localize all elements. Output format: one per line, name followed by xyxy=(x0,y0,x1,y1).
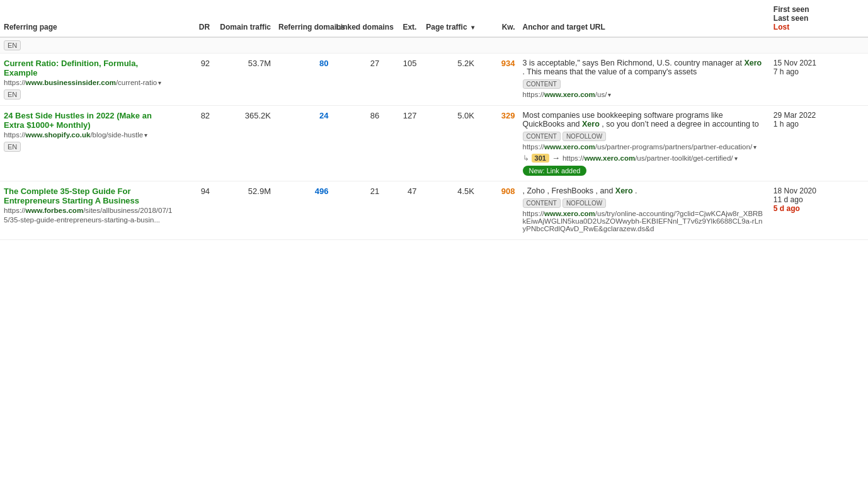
lang-badge: EN xyxy=(4,142,21,152)
ext-cell: 105 xyxy=(383,54,420,106)
redirect-url: https://www.xero.com/us/partner-toolkit/… xyxy=(562,154,738,162)
referring-domains-cell[interactable]: 496 xyxy=(275,181,333,240)
target-url-chevron-icon[interactable]: ▾ xyxy=(753,144,757,151)
header-anchor-target: Anchor and target URL xyxy=(519,0,770,37)
lang-cell: EN xyxy=(0,37,868,54)
redirect-code: 301 xyxy=(532,154,549,163)
backlinks-table-container: Referring page DR Domain traffic Referri… xyxy=(0,0,868,240)
header-page-traffic: Page traffic ▾ xyxy=(420,0,478,37)
page-url-domain: www.forbes.com xyxy=(26,207,84,214)
header-dr: DR xyxy=(176,0,214,37)
url-chevron-icon[interactable]: ▾ xyxy=(158,79,161,86)
referring-domains-cell[interactable]: 24 xyxy=(275,106,333,181)
linked-domains-cell: 86 xyxy=(333,106,384,181)
redirect-arrow-icon: → xyxy=(552,153,560,163)
kw-cell[interactable]: 329 xyxy=(478,106,519,181)
first-seen-date: 15 Nov 2021 xyxy=(774,59,864,67)
sort-icon: ▾ xyxy=(471,24,474,31)
domain-traffic-cell: 53.7M xyxy=(214,54,275,106)
redirect-hook-icon: ↳ xyxy=(523,154,529,163)
kw-cell[interactable]: 934 xyxy=(478,54,519,106)
target-url-domain: www.xero.com xyxy=(544,91,595,98)
referring-page-cell: Current Ratio: Definition, Formula, Exam… xyxy=(0,54,176,106)
nofollow-badge: NOFOLLOW xyxy=(562,132,606,141)
header-linked-domains: Linked domains xyxy=(333,0,384,37)
nofollow-badge: NOFOLLOW xyxy=(562,198,606,208)
anchor-cell: , Zoho , FreshBooks , and Xero .CONTENTN… xyxy=(519,181,770,240)
page-traffic-cell: 5.2K xyxy=(420,54,478,106)
target-url-domain: www.xero.com xyxy=(544,210,595,217)
anchor-cell: Most companies use bookkeeping software … xyxy=(519,106,770,181)
page-traffic-cell: 4.5K xyxy=(420,181,478,240)
last-seen-date: 11 d ago xyxy=(774,195,864,204)
domain-traffic-cell: 52.9M xyxy=(214,181,275,240)
kw-cell[interactable]: 908 xyxy=(478,181,519,240)
lang-badge: EN xyxy=(4,89,21,100)
redirect-url-chevron-icon[interactable]: ▾ xyxy=(734,155,738,162)
first-seen-date: 18 Nov 2020 xyxy=(774,186,864,195)
table-row: 24 Best Side Hustles in 2022 (Make an Ex… xyxy=(0,106,868,181)
dr-cell: 94 xyxy=(176,181,214,240)
page-title-link[interactable]: The Complete 35-Step Guide For Entrepren… xyxy=(4,186,139,205)
dr-cell: 82 xyxy=(176,106,214,181)
referring-page-cell: 24 Best Side Hustles in 2022 (Make an Ex… xyxy=(0,106,176,181)
first-seen-date: 29 Mar 2022 xyxy=(774,111,864,120)
referring-page-cell: The Complete 35-Step Guide For Entrepren… xyxy=(0,181,176,240)
anchor-text: Most companies use bookkeeping software … xyxy=(523,111,766,129)
target-url: https://www.xero.com/us/ ▾ xyxy=(523,91,766,98)
page-url-domain: www.shopify.co.uk xyxy=(26,131,91,139)
ext-cell: 127 xyxy=(383,106,420,181)
anchor-cell: 3 is acceptable," says Ben Richmond, U.S… xyxy=(519,54,770,106)
url-chevron-icon[interactable]: ▾ xyxy=(144,132,147,139)
header-domain-traffic: Domain traffic xyxy=(214,0,275,37)
anchor-link[interactable]: Xero xyxy=(744,59,762,67)
page-title-link[interactable]: Current Ratio: Definition, Formula, Exam… xyxy=(4,59,138,77)
redirect-block: ↳301→https://www.xero.com/us/partner-too… xyxy=(523,153,766,163)
header-referring-page: Referring page xyxy=(0,0,176,37)
dates-cell: 18 Nov 202011 d ago5 d ago xyxy=(770,181,868,240)
redirect-url-domain: www.xero.com xyxy=(584,154,635,162)
new-badge: New: Link added xyxy=(523,166,587,176)
anchor-text: 3 is acceptable," says Ben Richmond, U.S… xyxy=(523,59,766,76)
target-url-domain: www.xero.com xyxy=(544,143,595,151)
table-row: The Complete 35-Step Guide For Entrepren… xyxy=(0,181,868,240)
linked-domains-cell: 21 xyxy=(333,181,384,240)
lang-badge: EN xyxy=(4,40,21,50)
linked-domains-cell: 27 xyxy=(333,54,384,106)
badges-container: CONTENTNOFOLLOW xyxy=(523,131,766,141)
dates-cell: 15 Nov 20217 h ago xyxy=(770,54,868,106)
referring-domains-cell[interactable]: 80 xyxy=(275,54,333,106)
anchor-text: , Zoho , FreshBooks , and Xero . xyxy=(523,186,766,195)
anchor-link[interactable]: Xero xyxy=(615,186,633,195)
target-url-chevron-icon[interactable]: ▾ xyxy=(608,91,611,98)
header-referring-domains: Referring domains xyxy=(275,0,333,37)
backlinks-table: Referring page DR Domain traffic Referri… xyxy=(0,0,868,240)
page-url-domain: www.businessinsider.com xyxy=(26,79,116,86)
header-dates: First seen Last seen Lost xyxy=(770,0,868,37)
last-seen-date: 7 h ago xyxy=(774,67,864,76)
badges-container: CONTENTNOFOLLOW xyxy=(523,198,766,208)
content-badge: CONTENT xyxy=(523,79,561,89)
page-url: https://www.shopify.co.uk/blog/side-hust… xyxy=(4,131,147,139)
page-traffic-cell: 5.0K xyxy=(420,106,478,181)
target-url: https://www.xero.com/us/partner-programs… xyxy=(523,143,766,151)
dates-cell: 29 Mar 20221 h ago xyxy=(770,106,868,181)
target-url: https://www.xero.com/us/try/online-accou… xyxy=(523,210,766,232)
last-seen-date: 1 h ago xyxy=(774,120,864,129)
badges-container: CONTENT xyxy=(523,79,766,89)
table-row: Current Ratio: Definition, Formula, Exam… xyxy=(0,54,868,106)
lang-row: EN xyxy=(0,37,868,54)
anchor-link[interactable]: Xero xyxy=(582,120,600,129)
page-url: https://www.businessinsider.com/current-… xyxy=(4,79,161,86)
dr-cell: 92 xyxy=(176,54,214,106)
page-title-link[interactable]: 24 Best Side Hustles in 2022 (Make an Ex… xyxy=(4,111,152,130)
last-seen-extra-date: 5 d ago xyxy=(774,204,864,213)
content-badge: CONTENT xyxy=(523,198,561,208)
domain-traffic-cell: 365.2K xyxy=(214,106,275,181)
header-kw: Kw. xyxy=(478,0,519,37)
ext-cell: 47 xyxy=(383,181,420,240)
content-badge: CONTENT xyxy=(523,132,561,141)
header-ext: Ext. xyxy=(383,0,420,37)
page-url: https://www.forbes.com/sites/allbusiness… xyxy=(4,207,172,224)
